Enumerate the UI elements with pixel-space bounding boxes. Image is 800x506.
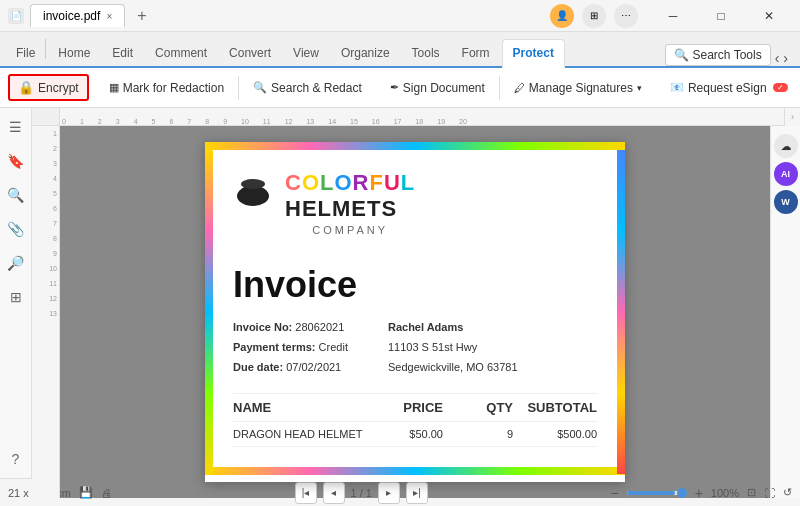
print-icon[interactable]: 🖨 (101, 487, 112, 499)
vruler-mark: 2 (53, 145, 57, 152)
ruler-mark: 16 (372, 118, 380, 125)
menu-file[interactable]: File (8, 40, 43, 66)
zoom-slider[interactable] (627, 491, 687, 495)
request-esign-button[interactable]: 📧 Request eSign ✓ (662, 77, 796, 99)
title-bar-left: 📄 invoice.pdf × + (8, 4, 550, 27)
table-header: NAME PRICE QTY SUBTOTAL (233, 393, 597, 422)
invoice-left-details: Invoice No: 28062021 Payment terms: Cred… (233, 318, 348, 377)
search-tools-button[interactable]: 🔍 Search Tools (665, 44, 771, 66)
col-qty: QTY (443, 400, 513, 415)
colorful-text: COLORFUL (285, 170, 415, 196)
invoice-no-line: Invoice No: 28062021 (233, 318, 348, 338)
title-icons: 👤 ⊞ ⋯ (550, 4, 638, 28)
sidebar-icon-help[interactable]: ? (5, 448, 27, 470)
ruler-mark: 12 (285, 118, 293, 125)
mark-redaction-button[interactable]: ▦ Mark for Redaction (101, 77, 232, 99)
rotate-icon[interactable]: ↺ (783, 486, 792, 499)
next-page-button[interactable]: ▸ (378, 482, 400, 504)
minimize-button[interactable]: ─ (650, 0, 696, 32)
sidebar-icon-find[interactable]: 🔎 (5, 252, 27, 274)
customer-address1: 11103 S 51st Hwy (388, 338, 518, 358)
first-page-button[interactable]: |◂ (295, 482, 317, 504)
ruler-mark: 2 (98, 118, 102, 125)
fit-page-icon[interactable]: ⊡ (747, 486, 756, 499)
tab-convert[interactable]: Convert (219, 40, 281, 66)
prev-page-button[interactable]: ◂ (323, 482, 345, 504)
ruler-row: 0 1 2 3 4 5 6 7 8 9 10 11 12 13 14 15 16 (32, 108, 800, 126)
last-page-button[interactable]: ▸| (406, 482, 428, 504)
ruler-mark: 9 (223, 118, 227, 125)
tab-view[interactable]: View (283, 40, 329, 66)
main-container: ☰ 🔖 🔍 📎 🔎 ⊞ ? 0 1 2 3 4 5 6 7 8 (0, 108, 800, 478)
ruler-mark: 0 (62, 118, 66, 125)
vertical-ruler: 1 2 3 4 5 6 7 8 9 10 11 12 13 (32, 126, 60, 498)
ruler-mark: 4 (134, 118, 138, 125)
zoom-out-icon[interactable]: − (610, 485, 618, 501)
search-redact-button[interactable]: 🔍 Search & Redact (245, 77, 370, 99)
customer-name: Rachel Adams (388, 318, 518, 338)
scroll-right-arrow[interactable]: › (784, 108, 800, 126)
zoom-thumb[interactable] (677, 488, 687, 498)
document-tab[interactable]: invoice.pdf × (30, 4, 125, 27)
new-tab-button[interactable]: + (131, 5, 152, 27)
tab-protect[interactable]: Protect (502, 39, 565, 68)
menu-divider (45, 39, 46, 59)
fullscreen-icon[interactable]: ⛶ (764, 487, 775, 499)
tab-tools[interactable]: Tools (402, 40, 450, 66)
tab-close-button[interactable]: × (106, 11, 112, 22)
invoice-title: Invoice (233, 264, 597, 306)
company-name: COLORFUL HELMETS COMPANY (285, 170, 415, 236)
settings-icon[interactable]: ⋯ (614, 4, 638, 28)
encrypt-button[interactable]: 🔒 Encrypt (8, 74, 89, 101)
tab-comment[interactable]: Comment (145, 40, 217, 66)
word-export-icon[interactable]: W (774, 190, 798, 214)
tab-organize[interactable]: Organize (331, 40, 400, 66)
profile-icon[interactable]: 👤 (550, 4, 574, 28)
protect-toolbar: 🔒 Encrypt ▦ Mark for Redaction 🔍 Search … (0, 68, 800, 108)
nav-forward-button[interactable]: › (783, 50, 788, 66)
svg-point-1 (241, 179, 265, 189)
nav-back-button[interactable]: ‹ (775, 50, 780, 66)
manage-signatures-button[interactable]: 🖊 Manage Signatures ▾ (506, 77, 650, 99)
sidebar-icon-menu[interactable]: ☰ (5, 116, 27, 138)
zoom-in-icon[interactable]: + (695, 485, 703, 501)
sidebar-icon-bookmark[interactable]: 🔖 (5, 150, 27, 172)
sig-icon: 🖊 (514, 82, 525, 94)
tab-edit[interactable]: Edit (102, 40, 143, 66)
vruler-mark: 6 (53, 205, 57, 212)
vruler-mark: 7 (53, 220, 57, 227)
ruler-mark: 15 (350, 118, 358, 125)
invoice-details: Invoice No: 28062021 Payment terms: Cred… (233, 318, 597, 377)
close-button[interactable]: ✕ (746, 0, 792, 32)
ruler-mark: 17 (394, 118, 402, 125)
ruler-mark: 13 (306, 118, 314, 125)
ruler-mark: 1 (80, 118, 84, 125)
document-area: COLORFUL HELMETS COMPANY Invoice Invoic (60, 126, 770, 498)
title-bar: 📄 invoice.pdf × + 👤 ⊞ ⋯ ─ □ ✕ (0, 0, 800, 32)
vruler-mark: 13 (49, 310, 57, 317)
sidebar-icon-layers[interactable]: ⊞ (5, 286, 27, 308)
page-nav: |◂ ◂ 1 / 1 ▸ ▸| (295, 482, 428, 504)
col-subtotal: SUBTOTAL (513, 400, 597, 415)
helmets-text: HELMETS (285, 196, 415, 222)
sidebar-icon-search[interactable]: 🔍 (5, 184, 27, 206)
pdf-top-border (205, 142, 625, 150)
save-icon[interactable]: 💾 (79, 486, 93, 499)
window-controls: ─ □ ✕ (650, 0, 792, 32)
sidebar-icon-attachments[interactable]: 📎 (5, 218, 27, 240)
item-qty: 9 (443, 428, 513, 440)
cloud-storage-icon[interactable]: ☁ (774, 134, 798, 158)
sign-document-button[interactable]: ✒ Sign Document (382, 77, 493, 99)
ai-assistant-icon[interactable]: AI (774, 162, 798, 186)
tab-home[interactable]: Home (48, 40, 100, 66)
grid-icon[interactable]: ⊞ (582, 4, 606, 28)
content-with-rulers: 0 1 2 3 4 5 6 7 8 9 10 11 12 13 14 15 16 (32, 108, 800, 478)
maximize-button[interactable]: □ (698, 0, 744, 32)
tab-form[interactable]: Form (452, 40, 500, 66)
pdf-content: COLORFUL HELMETS COMPANY Invoice Invoic (221, 150, 609, 455)
company-header: COLORFUL HELMETS COMPANY (233, 158, 597, 244)
lock-icon: 🔒 (18, 80, 34, 95)
vruler-mark: 9 (53, 250, 57, 257)
ruler-mark: 7 (187, 118, 191, 125)
redact-icon: ▦ (109, 81, 119, 94)
